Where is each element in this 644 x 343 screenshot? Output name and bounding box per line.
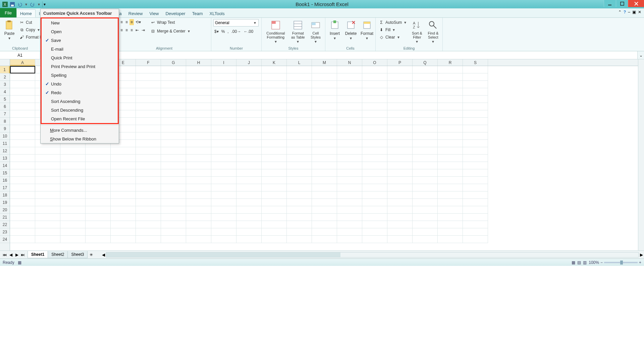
decrease-decimal-button[interactable]: ←.00 (243, 28, 254, 35)
fill-button[interactable]: ⬇Fill▾ (378, 26, 408, 33)
cell[interactable] (287, 110, 312, 118)
cell[interactable] (236, 177, 262, 184)
cell[interactable] (337, 96, 362, 103)
cell[interactable] (262, 177, 287, 184)
cell[interactable] (312, 132, 337, 140)
cell[interactable] (413, 110, 438, 118)
cell[interactable] (86, 155, 111, 162)
cell[interactable] (211, 132, 236, 140)
cell[interactable] (387, 236, 413, 243)
cell[interactable] (136, 73, 161, 81)
cell[interactable] (463, 228, 488, 236)
cell[interactable] (35, 206, 60, 214)
cell[interactable] (136, 110, 161, 118)
cell[interactable] (387, 118, 413, 125)
cell[interactable] (262, 73, 287, 81)
cell[interactable] (438, 199, 463, 206)
sheet-tab[interactable]: Sheet3 (67, 251, 88, 258)
cell[interactable] (136, 66, 161, 73)
cell[interactable] (387, 73, 413, 81)
cell[interactable] (312, 191, 337, 199)
cell[interactable] (287, 88, 312, 96)
macro-record-icon[interactable]: ▦ (17, 260, 22, 265)
cell[interactable] (287, 103, 312, 110)
cell[interactable] (362, 96, 387, 103)
cell[interactable] (387, 132, 413, 140)
decrease-indent-button[interactable]: ⇤ (135, 27, 140, 33)
cell[interactable] (312, 169, 337, 177)
cell[interactable] (362, 147, 387, 155)
cell[interactable] (236, 155, 262, 162)
cell[interactable] (161, 73, 186, 81)
cell[interactable] (86, 184, 111, 191)
cell[interactable] (463, 147, 488, 155)
cell[interactable] (312, 221, 337, 228)
align-right-button[interactable]: ≡ (129, 27, 134, 33)
qat-menu-item-undo[interactable]: ✓Undo (42, 79, 118, 88)
cell[interactable] (211, 140, 236, 147)
cell[interactable] (362, 88, 387, 96)
row-header[interactable]: 3 (0, 81, 10, 88)
page-layout-view-button[interactable]: ▤ (577, 260, 581, 265)
cell[interactable] (60, 191, 86, 199)
cell[interactable] (86, 221, 111, 228)
cell[interactable] (86, 191, 111, 199)
cell[interactable] (463, 236, 488, 243)
cell[interactable] (463, 155, 488, 162)
cell[interactable] (337, 66, 362, 73)
cell[interactable] (10, 96, 35, 103)
cell[interactable] (161, 66, 186, 73)
cell[interactable] (413, 214, 438, 221)
cell[interactable] (111, 221, 136, 228)
cell[interactable] (387, 221, 413, 228)
cell[interactable] (136, 169, 161, 177)
cell[interactable] (186, 140, 211, 147)
orientation-button[interactable]: ⟲▾ (135, 19, 142, 25)
cell[interactable] (413, 88, 438, 96)
delete-cells-button[interactable]: Delete▾ (343, 19, 358, 41)
cell[interactable] (337, 199, 362, 206)
help-icon[interactable]: ? (624, 10, 626, 14)
cell[interactable] (287, 125, 312, 132)
cell[interactable] (438, 66, 463, 73)
first-sheet-button[interactable]: ⏮ (2, 252, 7, 258)
cell[interactable] (60, 169, 86, 177)
cell[interactable] (236, 184, 262, 191)
cell[interactable] (60, 184, 86, 191)
cell[interactable] (10, 132, 35, 140)
cell[interactable] (262, 66, 287, 73)
cell[interactable] (438, 81, 463, 88)
cell[interactable] (337, 214, 362, 221)
cell[interactable] (161, 132, 186, 140)
cell[interactable] (211, 147, 236, 155)
zoom-control[interactable]: 100% − + (589, 260, 641, 265)
cell[interactable] (236, 199, 262, 206)
cell[interactable] (86, 236, 111, 243)
cell[interactable] (86, 177, 111, 184)
cell[interactable] (312, 81, 337, 88)
cell[interactable] (10, 118, 35, 125)
cell[interactable] (438, 118, 463, 125)
row-header[interactable]: 21 (0, 214, 10, 221)
cell[interactable] (312, 236, 337, 243)
cell[interactable] (136, 88, 161, 96)
cell[interactable] (438, 236, 463, 243)
cell[interactable] (337, 103, 362, 110)
new-sheet-button[interactable]: ✳ (89, 252, 94, 258)
expand-formula-bar-button[interactable]: ⌄ (637, 51, 644, 59)
close-button[interactable] (628, 0, 644, 7)
cell[interactable] (35, 228, 60, 236)
cell[interactable] (211, 228, 236, 236)
cell[interactable] (161, 214, 186, 221)
cell[interactable] (413, 103, 438, 110)
cell[interactable] (161, 103, 186, 110)
undo-dropdown-icon[interactable]: ▾ (24, 1, 28, 7)
cell[interactable] (262, 110, 287, 118)
cell[interactable] (262, 103, 287, 110)
prev-sheet-button[interactable]: ◀ (8, 252, 13, 258)
cell[interactable] (35, 221, 60, 228)
qat-menu-item-print-preview-and-print[interactable]: Print Preview and Print (42, 62, 118, 71)
cell[interactable] (337, 162, 362, 169)
zoom-slider[interactable] (604, 262, 638, 263)
cell[interactable] (10, 214, 35, 221)
